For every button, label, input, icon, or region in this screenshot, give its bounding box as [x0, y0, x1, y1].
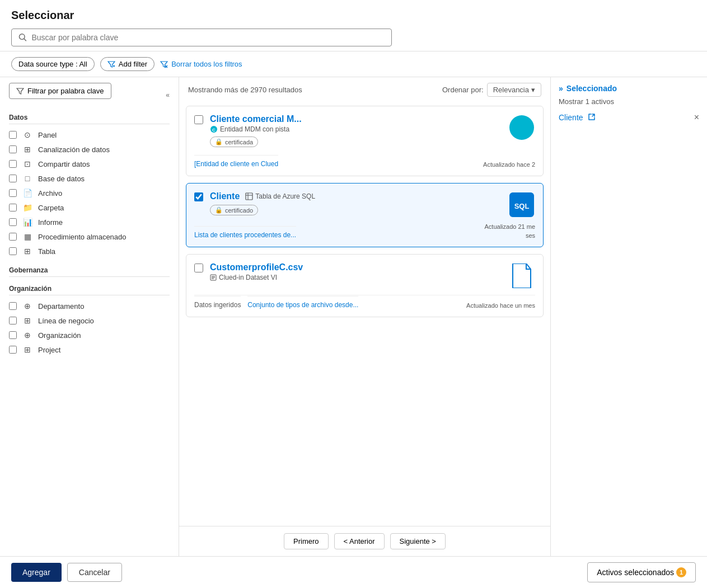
sidebar-item-procedimiento[interactable]: ▦ Procedimiento almacenado [9, 229, 170, 244]
results-summary: Mostrando más de 2970 resultados [188, 86, 302, 94]
active-count: Mostrar 1 activos [559, 97, 699, 106]
bottom-bar: Agregar Cancelar Activos seleccionados 1 [0, 556, 707, 588]
card-1-subtitle-text: Entidad MDM con pista [220, 125, 289, 133]
chevron-down-icon: ▾ [531, 86, 535, 94]
checkbox-project[interactable] [9, 346, 17, 354]
sql-logo: SQL [509, 192, 534, 217]
sort-label: Ordenar por: [442, 86, 484, 94]
file-doc-icon [511, 264, 533, 288]
sidebar-collapse-button[interactable]: « [166, 91, 170, 99]
sidebar-item-label: Línea de negocio [38, 317, 94, 325]
cancel-button[interactable]: Cancelar [67, 563, 122, 582]
sidebar-item-panel[interactable]: ⊙ Panel [9, 128, 170, 142]
card-1-subtitle: C Entidad MDM con pista [210, 125, 302, 133]
result-card-3: CustomerprofileC.csv Clued-in Dataset VI [186, 254, 544, 317]
sidebar-item-tabla[interactable]: ⊞ Tabla [9, 244, 170, 258]
checkbox-basedatos[interactable] [9, 175, 17, 182]
section-datos: Datos [9, 114, 170, 124]
next-page-button[interactable]: Siguiente > [390, 533, 446, 549]
svg-line-1 [24, 39, 26, 40]
sort-control: Ordenar por: Relevancia ▾ [442, 83, 541, 97]
search-input[interactable] [31, 33, 385, 42]
keyword-filter-label: Filtrar por palabra clave [27, 87, 104, 95]
filter-icon-sidebar [16, 87, 24, 95]
sidebar: Filtrar por palabra clave « Datos ⊙ Pane… [0, 77, 179, 556]
result-card-2: Cliente Tabla de Azure SQL [186, 183, 544, 247]
pagination: Primero < Anterior Siguiente > [179, 526, 550, 556]
activos-seleccionados-button[interactable]: Activos seleccionados 1 [587, 562, 696, 582]
sidebar-item-informe[interactable]: 📊 Informe [9, 215, 170, 229]
remove-selected-button[interactable]: × [694, 112, 699, 123]
sidebar-item-label: Panel [38, 131, 57, 139]
sidebar-item-compartir[interactable]: ⊡ Compartir datos [9, 157, 170, 171]
first-page-button[interactable]: Primero [284, 533, 329, 549]
card-1-checkbox[interactable] [194, 115, 203, 124]
sidebar-item-linea[interactable]: ⊞ Línea de negocio [9, 313, 170, 328]
card-1-title[interactable]: Cliente comercial M... [210, 114, 302, 124]
datasource-type-filter[interactable]: Data source type : All [11, 57, 95, 71]
selected-item-label: Cliente [559, 113, 583, 122]
results-header: Mostrando más de 2970 resultados Ordenar… [179, 77, 550, 102]
checkbox-carpeta[interactable] [9, 204, 17, 211]
checkbox-organizacion[interactable] [9, 331, 17, 339]
section-gobernanza: Gobernanza [9, 266, 170, 277]
filter-bar: Data source type : All Add filter Borrar… [0, 51, 707, 77]
card-3-description: Conjunto de tipos de archivo desde... [247, 296, 358, 309]
checkbox-archivo[interactable] [9, 189, 17, 197]
checkbox-canalizacion[interactable] [9, 145, 17, 153]
sidebar-item-project[interactable]: ⊞ Project [9, 342, 170, 357]
checkbox-procedimiento[interactable] [9, 233, 17, 241]
cards-container: Cliente comercial M... C Entidad MDM con… [179, 102, 550, 526]
sidebar-item-organizacion[interactable]: ⊕ Organización [9, 328, 170, 342]
external-link-icon[interactable] [588, 113, 596, 123]
add-filter-label: Add filter [119, 60, 147, 68]
sort-value: Relevancia [493, 86, 529, 94]
add-button[interactable]: Agregar [11, 563, 62, 582]
result-card-1: Cliente comercial M... C Entidad MDM con… [186, 106, 544, 176]
keyword-filter-button[interactable]: Filtrar por palabra clave [9, 83, 111, 99]
card-1-description: [Entidad de cliente en Clued [194, 155, 278, 168]
card-1-icon [508, 114, 535, 141]
checkbox-compartir[interactable] [9, 160, 17, 168]
add-filter-button[interactable]: Add filter [100, 57, 154, 71]
badge-label: certificada [225, 139, 253, 145]
svg-point-9 [520, 126, 523, 129]
checkbox-departamento[interactable] [9, 302, 17, 310]
sidebar-item-carpeta[interactable]: 📁 Carpeta [9, 200, 170, 215]
page-title: Seleccionar [11, 9, 696, 22]
sidebar-item-label: Organización [38, 331, 81, 340]
card-3-checkbox[interactable] [194, 264, 203, 272]
checkbox-tabla[interactable] [9, 247, 17, 255]
panel-icon: ⊙ [22, 130, 32, 139]
selected-item: Cliente × [559, 112, 699, 123]
badge-label: certificado [225, 207, 253, 214]
card-2-table-tag: Tabla de Azure SQL [245, 192, 315, 200]
card-2-meta: Actualizado 21 me [485, 223, 536, 230]
checkbox-panel[interactable] [9, 131, 17, 139]
right-panel: » Seleccionado Mostrar 1 activos Cliente… [550, 77, 707, 556]
sidebar-item-label: Carpeta [38, 204, 64, 212]
filter-icon [107, 60, 115, 68]
sidebar-item-canalizacion[interactable]: ⊞ Canalización de datos [9, 142, 170, 157]
card-2-title[interactable]: Cliente [210, 191, 240, 201]
card-3-subtitle-text: Clued-in Dataset VI [219, 274, 277, 281]
informe-icon: 📊 [22, 218, 32, 227]
checkbox-informe[interactable] [9, 218, 17, 226]
svg-text:C: C [212, 128, 216, 133]
card-3-title[interactable]: CustomerprofileC.csv [210, 262, 303, 272]
organizacion-icon: ⊕ [22, 331, 32, 340]
card-2-checkbox[interactable] [194, 192, 203, 201]
prev-page-button[interactable]: < Anterior [334, 533, 385, 549]
checkbox-linea[interactable] [9, 317, 17, 324]
sort-select[interactable]: Relevancia ▾ [487, 83, 541, 97]
mdm-logo [509, 115, 534, 140]
canalizacion-icon: ⊞ [22, 145, 32, 154]
badge-icon: 🔒 [215, 138, 223, 145]
sidebar-item-label: Archivo [38, 189, 62, 197]
sidebar-item-basedatos[interactable]: □ Base de datos [9, 171, 170, 186]
sidebar-item-label: Tabla [38, 247, 55, 256]
sidebar-item-archivo[interactable]: 📄 Archivo [9, 186, 170, 200]
clear-filters-button[interactable]: Borrar todos los filtros [160, 60, 242, 68]
card-1-badge: 🔒 certificada [210, 137, 258, 147]
sidebar-item-departamento[interactable]: ⊕ Departamento [9, 299, 170, 313]
